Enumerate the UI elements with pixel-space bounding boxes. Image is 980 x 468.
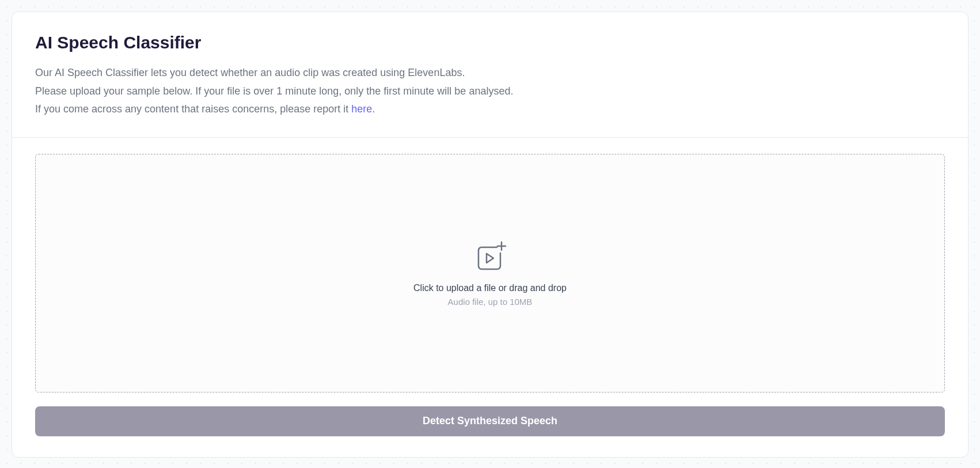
description-line-3-prefix: If you come across any content that rais… — [35, 103, 351, 115]
description: Our AI Speech Classifier lets you detect… — [35, 64, 945, 119]
description-line-2: Please upload your sample below. If your… — [35, 82, 945, 101]
card-body: Click to upload a file or drag and drop … — [12, 138, 968, 457]
page-title: AI Speech Classifier — [35, 33, 945, 52]
classifier-card: AI Speech Classifier Our AI Speech Class… — [12, 12, 968, 458]
dropzone-secondary-text: Audio file, up to 10MB — [448, 297, 533, 307]
upload-dropzone[interactable]: Click to upload a file or drag and drop … — [35, 154, 945, 392]
description-line-3-suffix: . — [372, 103, 375, 115]
upload-media-plus-icon — [472, 239, 508, 278]
card-header: AI Speech Classifier Our AI Speech Class… — [12, 12, 968, 138]
dropzone-primary-text: Click to upload a file or drag and drop — [413, 283, 567, 293]
description-line-1: Our AI Speech Classifier lets you detect… — [35, 64, 945, 82]
description-line-3: If you come across any content that rais… — [35, 100, 945, 119]
report-link[interactable]: here — [351, 103, 372, 115]
detect-button[interactable]: Detect Synthesized Speech — [35, 406, 945, 436]
